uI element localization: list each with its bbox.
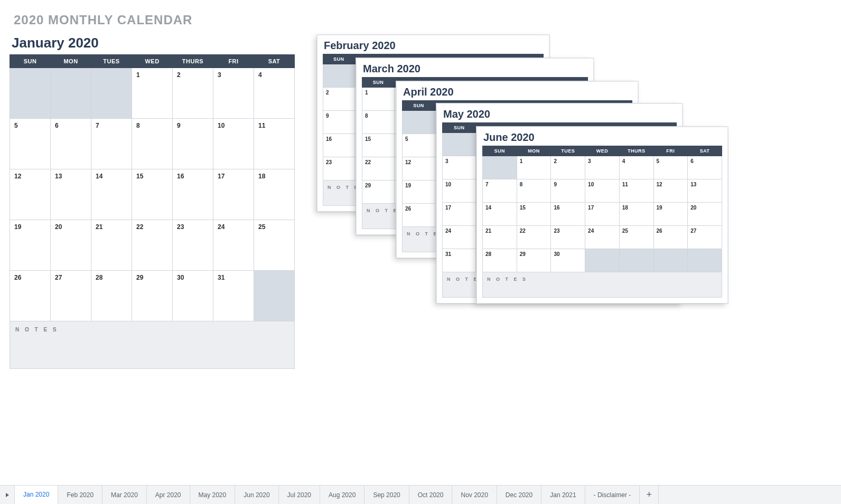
calendar-cell[interactable]: 18: [619, 203, 653, 226]
calendar-cell[interactable]: 29: [132, 271, 173, 321]
sheet-tab[interactable]: Sep 2020: [365, 486, 409, 504]
calendar-cell[interactable]: 3: [585, 156, 620, 179]
calendar-cell[interactable]: 16: [173, 169, 213, 220]
notes-section[interactable]: N O T E S: [10, 321, 295, 369]
calendar-cell[interactable]: 29: [517, 249, 551, 272]
calendar-cell[interactable]: [10, 68, 51, 119]
calendar-cell[interactable]: 26: [403, 204, 435, 227]
calendar-cell[interactable]: 9: [551, 179, 585, 203]
calendar-cell[interactable]: 17: [585, 203, 620, 226]
calendar-cell[interactable]: 15: [132, 169, 173, 220]
calendar-cell[interactable]: 28: [483, 249, 517, 272]
sheet-tab[interactable]: Jul 2020: [279, 486, 320, 504]
calendar-cell[interactable]: 15: [362, 134, 395, 157]
calendar-cell[interactable]: 20: [688, 203, 722, 226]
calendar-cell[interactable]: 1: [362, 88, 395, 111]
add-sheet-button[interactable]: +: [640, 486, 659, 504]
calendar-cell[interactable]: 26: [653, 226, 688, 249]
calendar-cell[interactable]: [254, 271, 295, 321]
calendar-cell[interactable]: [653, 249, 688, 272]
calendar-cell[interactable]: 31: [213, 271, 254, 321]
calendar-cell[interactable]: 5: [403, 134, 435, 157]
tab-nav-button[interactable]: [0, 486, 15, 504]
calendar-cell[interactable]: 25: [619, 226, 653, 249]
sheet-tab[interactable]: Aug 2020: [320, 486, 365, 504]
calendar-cell[interactable]: 27: [51, 271, 91, 321]
calendar-cell[interactable]: 12: [403, 157, 435, 180]
calendar-cell[interactable]: 19: [653, 203, 688, 226]
calendar-cell[interactable]: 19: [403, 180, 435, 204]
calendar-cell[interactable]: 10: [585, 179, 620, 203]
calendar-cell[interactable]: [483, 156, 517, 179]
calendar-cell[interactable]: 1: [132, 68, 173, 119]
calendar-cell[interactable]: 21: [91, 220, 132, 271]
calendar-cell[interactable]: 3: [443, 156, 476, 179]
calendar-cell[interactable]: 23: [173, 220, 213, 271]
calendar-cell[interactable]: 19: [10, 220, 51, 271]
calendar-cell[interactable]: 17: [443, 203, 476, 226]
calendar-cell[interactable]: 31: [443, 249, 476, 272]
calendar-cell[interactable]: 24: [443, 226, 476, 249]
calendar-cell[interactable]: 8: [132, 119, 173, 169]
calendar-cell[interactable]: 24: [213, 220, 254, 271]
calendar-cell[interactable]: [323, 64, 355, 88]
calendar-cell[interactable]: 22: [517, 226, 551, 249]
calendar-cell[interactable]: 11: [619, 179, 653, 203]
sheet-tab[interactable]: Feb 2020: [58, 486, 102, 504]
calendar-cell[interactable]: [91, 68, 132, 119]
calendar-cell[interactable]: 27: [688, 226, 722, 249]
calendar-cell[interactable]: 8: [517, 179, 551, 203]
calendar-cell[interactable]: [403, 111, 435, 134]
sheet-tab[interactable]: Dec 2020: [497, 486, 541, 504]
calendar-cell[interactable]: [443, 133, 476, 156]
sheet-tab[interactable]: Oct 2020: [409, 486, 453, 504]
calendar-cell[interactable]: 9: [323, 111, 355, 134]
calendar-cell[interactable]: 30: [551, 249, 585, 272]
calendar-cell[interactable]: 23: [551, 226, 585, 249]
calendar-cell[interactable]: 20: [51, 220, 91, 271]
calendar-cell[interactable]: 4: [619, 156, 653, 179]
sheet-tab[interactable]: Apr 2020: [147, 486, 190, 504]
calendar-cell[interactable]: [619, 249, 653, 272]
sheet-tab[interactable]: Jun 2020: [235, 486, 278, 504]
calendar-cell[interactable]: 17: [213, 169, 254, 220]
notes-section[interactable]: N O T E S: [482, 272, 722, 298]
calendar-cell[interactable]: 25: [254, 220, 295, 271]
calendar-cell[interactable]: [585, 249, 620, 272]
calendar-cell[interactable]: 2: [173, 68, 213, 119]
calendar-cell[interactable]: 22: [132, 220, 173, 271]
calendar-cell[interactable]: 11: [254, 119, 295, 169]
calendar-cell[interactable]: 7: [91, 119, 132, 169]
calendar-cell[interactable]: 14: [91, 169, 132, 220]
calendar-cell[interactable]: 9: [173, 119, 213, 169]
calendar-cell[interactable]: 22: [362, 157, 395, 180]
calendar-cell[interactable]: 5: [10, 119, 51, 169]
calendar-cell[interactable]: 30: [173, 271, 213, 321]
sheet-tab[interactable]: Jan 2021: [541, 486, 585, 504]
calendar-cell[interactable]: 7: [483, 179, 517, 203]
sheet-tab[interactable]: Jan 2020: [15, 486, 58, 504]
calendar-cell[interactable]: 5: [653, 156, 688, 179]
calendar-cell[interactable]: 29: [362, 180, 395, 204]
calendar-cell[interactable]: 12: [10, 169, 51, 220]
calendar-cell[interactable]: 12: [653, 179, 688, 203]
calendar-cell[interactable]: 16: [323, 134, 355, 157]
calendar-cell[interactable]: 16: [551, 203, 585, 226]
sheet-tab[interactable]: May 2020: [190, 486, 236, 504]
calendar-cell[interactable]: 2: [551, 156, 585, 179]
calendar-cell[interactable]: 13: [51, 169, 91, 220]
calendar-cell[interactable]: 8: [362, 111, 395, 134]
calendar-cell[interactable]: 15: [517, 203, 551, 226]
sheet-tab[interactable]: - Disclaimer -: [585, 486, 640, 504]
calendar-cell[interactable]: 10: [443, 179, 476, 203]
calendar-cell[interactable]: [688, 249, 722, 272]
calendar-cell[interactable]: 2: [323, 88, 355, 111]
calendar-cell[interactable]: 10: [213, 119, 254, 169]
calendar-cell[interactable]: 3: [213, 68, 254, 119]
calendar-cell[interactable]: 1: [517, 156, 551, 179]
calendar-cell[interactable]: 21: [483, 226, 517, 249]
sheet-tab[interactable]: Mar 2020: [102, 486, 147, 504]
calendar-cell[interactable]: 13: [688, 179, 722, 203]
calendar-cell[interactable]: 26: [10, 271, 51, 321]
calendar-cell[interactable]: [51, 68, 91, 119]
